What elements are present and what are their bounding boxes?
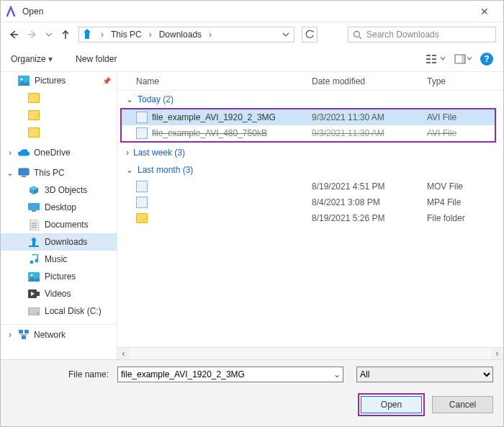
horizontal-scrollbar[interactable]: ‹ ›: [117, 347, 503, 359]
combo-dropdown-icon[interactable]: ⌄: [333, 369, 341, 379]
desktop-icon: [28, 202, 40, 213]
svg-rect-7: [432, 62, 436, 63]
svg-rect-14: [28, 203, 40, 210]
pin-icon: 📌: [102, 77, 111, 85]
file-row[interactable]: 8/4/2021 3:08 PM MP4 File: [117, 194, 503, 210]
chevron-down-icon: ⌄: [6, 168, 14, 178]
svg-rect-0: [85, 32, 89, 39]
svg-rect-26: [19, 330, 23, 333]
sidebar-item-music[interactable]: Music: [1, 251, 117, 268]
svg-rect-2: [426, 55, 431, 56]
forward-button[interactable]: [27, 29, 38, 40]
sidebar-item-3dobjects[interactable]: 3D Objects: [1, 181, 117, 199]
file-row[interactable]: file_example_AVI_1920_2_3MG 9/3/2021 11:…: [122, 109, 495, 125]
sidebar-item-desktop[interactable]: Desktop: [1, 199, 117, 216]
file-row[interactable]: 8/19/2021 4:51 PM MOV File: [117, 179, 503, 194]
highlight-annotation: file_example_AVI_1920_2_3MG 9/3/2021 11:…: [120, 108, 496, 143]
col-name[interactable]: Name: [136, 76, 312, 86]
svg-rect-5: [432, 55, 436, 56]
sidebar-folder[interactable]: [1, 107, 117, 124]
file-row[interactable]: 8/19/2021 5:26 PM File folder: [117, 210, 503, 226]
sidebar-item-pictures2[interactable]: Pictures: [1, 268, 117, 285]
folder-icon: [136, 213, 148, 223]
onedrive-icon: [18, 147, 30, 158]
mov-file-icon: [136, 181, 148, 192]
back-button[interactable]: [8, 29, 19, 40]
scroll-right-icon[interactable]: ›: [491, 348, 503, 360]
file-row[interactable]: file_example_AVI_480_750kB 9/3/2021 11:3…: [122, 125, 495, 141]
close-button[interactable]: ✕: [470, 6, 499, 17]
breadcrumb-folder[interactable]: Downloads: [159, 30, 202, 40]
new-folder-button[interactable]: New folder: [76, 54, 117, 64]
up-button[interactable]: [60, 29, 71, 40]
svg-rect-17: [29, 246, 39, 247]
sidebar-item-onedrive[interactable]: › OneDrive: [1, 144, 117, 161]
svg-point-1: [354, 31, 360, 37]
nav-row: › This PC › Downloads › Search Downloads: [1, 22, 503, 47]
svg-rect-15: [32, 210, 36, 212]
scroll-left-icon[interactable]: ‹: [117, 348, 130, 360]
svg-rect-6: [432, 58, 436, 60]
address-dropdown[interactable]: [282, 31, 289, 38]
filename-input[interactable]: [117, 367, 343, 382]
network-icon: [18, 329, 30, 341]
organize-menu[interactable]: Organize ▾: [11, 54, 53, 64]
sidebar-item-downloads[interactable]: Downloads: [1, 233, 117, 251]
folder-icon: [28, 110, 40, 120]
col-date[interactable]: Date modified: [312, 76, 427, 86]
drive-icon: [28, 305, 40, 317]
pictures-icon: [18, 75, 30, 86]
search-input[interactable]: Search Downloads: [348, 27, 496, 42]
recent-dropdown[interactable]: [45, 31, 53, 38]
titlebar: Open ✕: [1, 1, 503, 22]
thispc-icon: [18, 167, 30, 179]
help-button[interactable]: ?: [480, 53, 493, 66]
svg-rect-13: [22, 176, 26, 177]
chevron-down-icon: ⌄: [126, 165, 133, 175]
sidebar-folder[interactable]: [1, 124, 117, 141]
svg-point-25: [37, 313, 38, 314]
sidebar-item-network[interactable]: › Network: [1, 324, 117, 341]
svg-point-21: [31, 274, 33, 276]
sidebar-item-documents[interactable]: Documents: [1, 216, 117, 233]
music-icon: [28, 253, 40, 265]
preview-pane-toggle[interactable]: [454, 53, 472, 65]
chevron-right-icon: ›: [206, 30, 215, 40]
group-today[interactable]: ⌄Today (2): [117, 91, 503, 108]
svg-rect-3: [426, 58, 431, 60]
sidebar-item-thispc[interactable]: ⌄ This PC: [1, 164, 117, 181]
chevron-right-icon: ›: [146, 30, 155, 40]
avi-file-icon: [136, 127, 148, 139]
group-lastweek[interactable]: ›Last week (3): [117, 144, 503, 161]
col-type[interactable]: Type: [427, 76, 503, 86]
column-headers[interactable]: Name Date modified Type: [117, 72, 503, 91]
mp4-file-icon: [136, 197, 148, 208]
group-lastmonth[interactable]: ⌄Last month (3): [117, 161, 503, 179]
folder-icon: [28, 93, 40, 103]
address-bar[interactable]: › This PC › Downloads ›: [78, 27, 294, 42]
sidebar-folder[interactable]: [1, 89, 117, 107]
refresh-button[interactable]: [302, 27, 318, 42]
documents-icon: [28, 219, 40, 230]
footer: File name: ⌄ All Open Cancel: [1, 359, 503, 426]
cancel-button[interactable]: Cancel: [432, 396, 493, 413]
open-button[interactable]: Open: [361, 396, 422, 413]
file-list: Name Date modified Type ⌄Today (2) file_…: [117, 72, 503, 359]
sidebar-item-videos[interactable]: Videos: [1, 285, 117, 302]
drive-icon: [81, 28, 94, 41]
pictures-icon: [28, 271, 40, 282]
svg-rect-23: [37, 292, 40, 296]
breadcrumb-root[interactable]: This PC: [111, 30, 142, 40]
chevron-right-icon: ›: [6, 330, 14, 340]
search-placeholder: Search Downloads: [366, 30, 439, 40]
chevron-right-icon: ›: [6, 148, 14, 158]
file-type-filter[interactable]: All: [356, 367, 493, 382]
view-options[interactable]: [426, 53, 446, 65]
downloads-icon: [28, 236, 40, 248]
objects-icon: [28, 184, 40, 196]
svg-point-19: [35, 259, 39, 263]
filename-label: File name:: [11, 369, 112, 379]
sidebar-item-pictures[interactable]: Pictures 📌: [1, 72, 117, 89]
chevron-right-icon: ›: [98, 30, 107, 40]
sidebar-item-localdisk[interactable]: Local Disk (C:): [1, 302, 117, 320]
